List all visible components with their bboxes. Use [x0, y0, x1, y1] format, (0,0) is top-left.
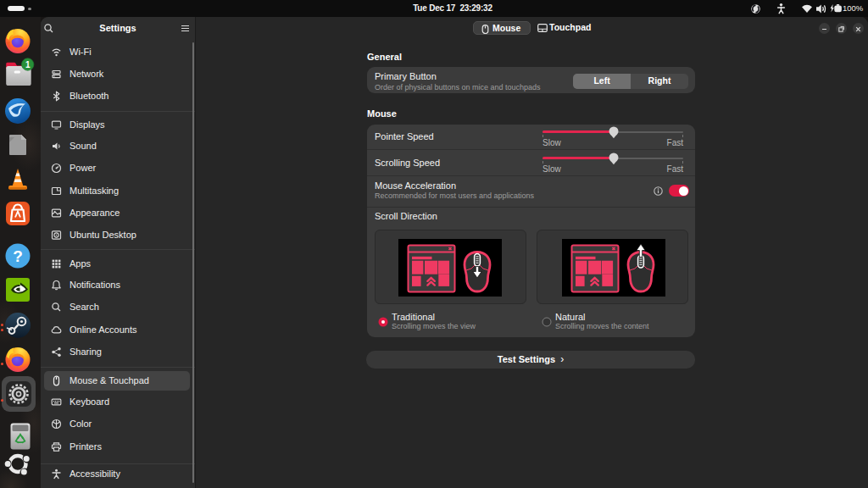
svg-text:1: 1 [25, 60, 31, 69]
svg-text:?: ? [13, 247, 23, 265]
